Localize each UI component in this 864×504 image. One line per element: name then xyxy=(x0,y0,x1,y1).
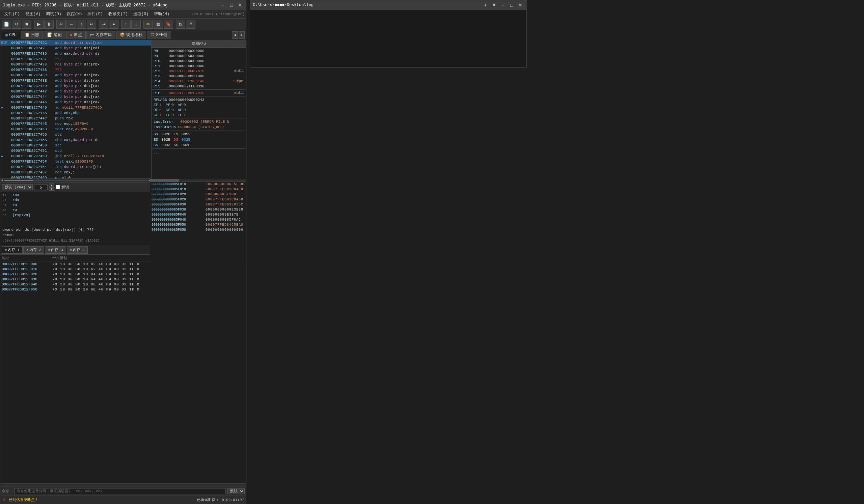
tab-call-stack[interactable]: 📦 调用堆栈 xyxy=(116,31,146,39)
tool-run-to[interactable]: ⇥ xyxy=(99,20,108,29)
table-row[interactable]: 00007FFED82C7464 inc dword ptr ds:[rbx xyxy=(0,164,151,170)
tab-notes[interactable]: 📝 笔记 xyxy=(44,31,65,39)
disasm-row-current[interactable]: RIP 00007FFED82C742C add dword ptr ds:[r… xyxy=(0,40,151,46)
mem-tab-4[interactable]: ■ 内存 4 xyxy=(67,246,88,254)
tool-bp[interactable]: ● xyxy=(109,20,119,29)
tool-hash[interactable]: # xyxy=(186,20,195,29)
main-content-area: RIP 00007FFED82C742C add dword ptr ds:[r… xyxy=(0,40,246,182)
table-row[interactable]: ◆ 00007FFED82C745D jnp ntdll.7FFED82C741… xyxy=(0,153,151,159)
tool-patch[interactable]: ▦ xyxy=(154,20,163,29)
stack-select[interactable]: 默认 (x64) xyxy=(2,184,33,190)
menu-debug[interactable]: 调试(D) xyxy=(43,11,64,17)
lock-checkbox[interactable]: 解锁 xyxy=(56,185,69,189)
tab-cpu[interactable]: ▣ CPU xyxy=(2,31,20,39)
log-maximize[interactable]: □ xyxy=(508,2,515,8)
table-row[interactable]: 00007FFED82C745F test eax,910003FD xyxy=(0,159,151,164)
log-close[interactable]: ✕ xyxy=(517,2,524,8)
table-row[interactable]: 00007FFED82C744A add edx,ebp xyxy=(0,110,151,116)
table-row[interactable]: 00007FFED82C7446 add byte ptr ds:[rax xyxy=(0,99,151,105)
stack-increment[interactable]: ▲ xyxy=(49,184,54,187)
table-row[interactable]: 00007FFED82C745B stc xyxy=(0,143,151,148)
command-input[interactable] xyxy=(14,488,226,494)
maximize-button[interactable]: □ xyxy=(228,2,235,8)
tool-run[interactable]: ▶ xyxy=(34,20,44,29)
tool-bookmarks[interactable]: 🔖 xyxy=(164,20,173,29)
tool-stop[interactable]: ■ xyxy=(22,20,32,29)
minimize-button[interactable]: − xyxy=(220,2,226,8)
log-minimize[interactable]: − xyxy=(500,2,506,8)
menu-help[interactable]: 帮助(H) xyxy=(151,11,172,17)
right-mem-row-6: 0000000000085F040 000000009E3B7E xyxy=(150,212,246,217)
menu-options[interactable]: 选项(O) xyxy=(131,11,152,17)
disasm-instr-0: add dword ptr ds:[rax xyxy=(55,41,151,45)
tool-pause[interactable]: ⏸ xyxy=(44,20,54,29)
menu-view[interactable]: 视图(V) xyxy=(23,11,44,17)
stack-count-input[interactable] xyxy=(34,185,48,190)
table-row[interactable]: 00007FFED82C7435 and eax,dword ptr ds xyxy=(0,51,151,56)
fpu-header[interactable]: 隐藏FPU xyxy=(152,40,246,48)
table-row[interactable]: 00007FFED82C743B ??? xyxy=(0,67,151,73)
tab-memory-layout[interactable]: 🗃 内存布局 xyxy=(86,31,116,39)
table-row[interactable]: 00007FFED82C7467 rcr ebx,1 xyxy=(0,170,151,175)
tool-expr[interactable]: fx xyxy=(176,20,185,29)
table-row[interactable]: 00007FFED82C7437 ??? xyxy=(0,56,151,62)
close-button[interactable]: ✕ xyxy=(237,2,243,8)
table-row[interactable]: 00007FFED82C745A sbb eax,dword ptr ds xyxy=(0,137,151,143)
table-row[interactable]: 00007FFED82C7442 add byte ptr ds:[rax xyxy=(0,89,151,94)
tab-log[interactable]: 📋 日志 xyxy=(21,31,43,39)
menu-favorites[interactable]: 收藏夹(I) xyxy=(106,11,131,17)
tool-new[interactable]: 📄 xyxy=(2,20,11,29)
reg-r11: R11 0000000000000000 xyxy=(152,63,245,69)
table-row[interactable]: ◆ 00007FFED82C7449 jg ntdll.7FFED82C746D xyxy=(0,105,151,110)
memory-scrollbar[interactable] xyxy=(0,483,246,486)
lock-check[interactable] xyxy=(56,185,60,189)
tool-up[interactable]: ↑ xyxy=(121,20,131,29)
table-row[interactable]: 00007FFED82C7440 add byte ptr ds:[rax xyxy=(0,83,151,89)
reg-r15: R15 000000007FFE0330 xyxy=(152,84,245,89)
menu-trace[interactable]: 跟踪(N) xyxy=(64,11,85,17)
disassembly-scroll[interactable]: RIP 00007FFED82C742C add dword ptr ds:[r… xyxy=(0,40,151,179)
table-row[interactable]: 00007FFED82C7469 or al,0 xyxy=(0,175,151,179)
stack-decrement[interactable]: ▼ xyxy=(49,187,54,190)
mem-tab-1-dot: ■ xyxy=(5,248,7,252)
log-tab-dropdown[interactable]: ▼ xyxy=(491,2,497,8)
disasm-scrollbar[interactable]: ◄ ► xyxy=(0,179,151,182)
tab-next[interactable]: ► xyxy=(239,32,245,39)
table-row[interactable]: 00007FFED82C744C push rbx xyxy=(0,116,151,121)
right-mem-content: 0000000000085F010 0000000000085F380 0000… xyxy=(150,182,246,263)
table-row[interactable]: 00007FFED82C742E add byte ptr ds:[rdi xyxy=(0,46,151,51)
tab-callstack-icon: 📦 xyxy=(120,33,125,37)
right-mem-row-0: 0000000000085F010 0000000000085F380 xyxy=(150,182,246,187)
flags-row-1: ZF 1 PF 0 AF 0 xyxy=(152,102,245,107)
table-row[interactable]: 00007FFED82C744E mov esp,15BF5A9 xyxy=(0,121,151,126)
tool-down[interactable]: ↓ xyxy=(131,20,141,29)
seg-row-3: CS 0033 SS 002B xyxy=(152,143,245,148)
menu-file[interactable]: 文件(F) xyxy=(2,11,23,17)
tool-step-over[interactable]: → xyxy=(67,20,76,29)
tab-breakpoints[interactable]: ● 断点 xyxy=(66,31,86,39)
tool-restart[interactable]: ↺ xyxy=(12,20,21,29)
tab-prev[interactable]: ◄ xyxy=(232,32,238,39)
tool-step-into[interactable]: ↵ xyxy=(56,20,66,29)
table-row[interactable]: 00007FFED82C7453 test eax,A9026BF9 xyxy=(0,126,151,132)
right-mem-scrollbar[interactable] xyxy=(150,179,246,182)
tool-step-out[interactable]: ↑ xyxy=(76,20,86,29)
status-time: 已调试时间： 0:02:01:07 xyxy=(197,497,244,502)
toolbar: 📄 ↺ ■ ▶ ⏸ ↵ → ↑ ↩ ⇥ ● ↑ ↓ ✏ ▦ 🔖 fx # xyxy=(0,19,246,30)
table-row[interactable]: 00007FFED82C7438 rol byte ptr ds:[rbx xyxy=(0,62,151,67)
mem-tab-2[interactable]: ■ 内存 2 xyxy=(23,246,44,254)
mem-tab-1[interactable]: ■ 内存 1 xyxy=(2,246,23,254)
cmd-mode-select[interactable]: 默认 xyxy=(227,488,245,494)
menu-plugins[interactable]: 插件(P) xyxy=(85,11,106,17)
tool-step-back[interactable]: ↩ xyxy=(87,20,96,29)
table-row[interactable]: 00007FFED82C7459 sti xyxy=(0,132,151,137)
table-row[interactable]: 00007FFED82C743E add byte ptr ds:[rax xyxy=(0,78,151,83)
mem-tab-3[interactable]: ■ 内存 3 xyxy=(45,246,66,254)
tool-highlight[interactable]: ✏ xyxy=(143,20,153,29)
tab-seh[interactable]: 🛡 SEH链 xyxy=(147,31,171,39)
table-row[interactable]: 00007FFED82C745C std xyxy=(0,148,151,153)
log-add-tab[interactable]: + xyxy=(482,2,488,8)
fpu-content: R8 0000000000000000 R9 0000000000000000 … xyxy=(152,48,246,179)
table-row[interactable]: 00007FFED82C7444 add byte ptr ds:[rax xyxy=(0,94,151,99)
table-row[interactable]: 00007FFED82C743C add byte ptr ds:[rax xyxy=(0,73,151,78)
